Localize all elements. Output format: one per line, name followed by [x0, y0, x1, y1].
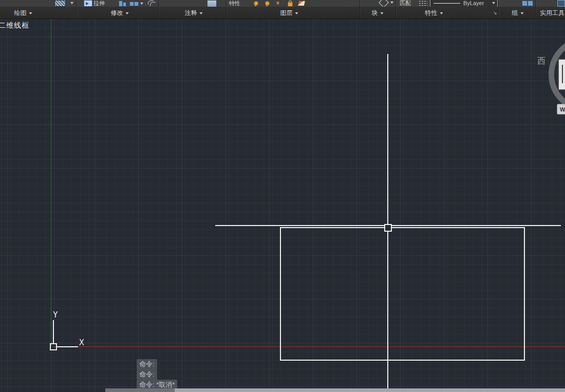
ucs-x-axis	[56, 346, 78, 347]
ucs-origin-marker[interactable]	[50, 343, 57, 350]
group-icon[interactable]	[528, 1, 533, 6]
stretch-icon[interactable]	[84, 0, 92, 7]
autocad-window: 拉伸 特性 ☀ 匹配 ByLayer	[0, 0, 565, 392]
panel-separator	[76, 0, 77, 18]
color-preview-line	[434, 3, 460, 4]
offset-icon[interactable]	[148, 1, 156, 6]
scale-icon[interactable]	[123, 2, 126, 7]
properties-panel-expand-icon[interactable]: ↘	[493, 10, 497, 15]
layer-thaw-sun-icon[interactable]: ☀	[275, 0, 280, 6]
chevron-down-icon	[29, 12, 32, 14]
hatch-icon[interactable]	[54, 0, 66, 7]
measure-icon[interactable]	[557, 0, 565, 7]
chevron-down-icon	[492, 2, 495, 4]
chevron-down-icon	[200, 12, 203, 14]
command-dock-edge-dark	[105, 388, 175, 392]
chevron-down-icon	[381, 12, 384, 14]
color-bylayer-select[interactable]: ByLayer	[430, 0, 498, 7]
hatch-dropdown-icon[interactable]	[70, 2, 73, 4]
y-axis-grid-line	[51, 19, 51, 347]
panel-label-properties[interactable]: 特性	[425, 9, 443, 17]
ucs-y-label: Y	[53, 310, 58, 320]
command-dock-edge-light[interactable]	[175, 388, 565, 392]
block-insert-icon[interactable]	[379, 0, 389, 7]
linetype-icon[interactable]	[419, 1, 427, 6]
layer-properties-label[interactable]: 特性	[229, 0, 240, 7]
wcs-button[interactable]: W	[557, 104, 565, 115]
layer-color-icon[interactable]	[297, 1, 306, 6]
ribbon-tool-row: 拉伸 特性 ☀ 匹配 ByLayer	[0, 0, 565, 7]
panel-separator	[158, 0, 159, 18]
chevron-down-icon	[440, 12, 443, 14]
panel-label-layers[interactable]: 图层	[280, 9, 298, 17]
panel-label-group[interactable]: 组	[512, 9, 524, 17]
ucs-x-label: X	[79, 338, 84, 347]
panel-separator	[226, 0, 227, 18]
crosshair-pickbox	[384, 224, 392, 232]
layer-on-icon[interactable]	[254, 1, 258, 6]
block-dropdown-icon[interactable]	[390, 2, 393, 4]
bylayer-value: ByLayer	[463, 0, 484, 6]
viewcube-west-label[interactable]: 西	[537, 56, 545, 67]
ribbon: 拉伸 特性 ☀ 匹配 ByLayer	[0, 0, 565, 19]
panel-separator	[396, 0, 396, 18]
viewcube-face[interactable]	[558, 59, 565, 90]
chevron-down-icon	[295, 12, 298, 14]
chevron-down-icon	[126, 12, 129, 14]
panel-label-annotate[interactable]: 注释	[185, 9, 203, 17]
panel-label-draw[interactable]: 绘图	[14, 9, 32, 17]
ribbon-panel-labels: 绘图 修改 注释 图层 块 特性 ↘ 组 实用工具	[0, 7, 565, 18]
panel-separator	[360, 0, 360, 18]
layer-isolate-icon[interactable]	[265, 1, 270, 6]
layer-lock-icon[interactable]	[288, 2, 293, 7]
panel-separator	[498, 0, 499, 18]
drawing-canvas[interactable]: 二维线框 Y X 西 W 命令: 命令: 命令: *取消*	[0, 19, 565, 392]
scale-icon[interactable]	[119, 1, 123, 7]
panel-separator	[535, 0, 536, 18]
viewport-style-label[interactable]: 二维线框	[0, 21, 29, 30]
command-history-line: 命令:	[137, 359, 157, 369]
chevron-down-icon	[521, 12, 524, 14]
stretch-label[interactable]: 拉伸	[93, 0, 105, 7]
panel-label-modify[interactable]: 修改	[111, 9, 129, 17]
panel-label-block[interactable]: 块	[372, 9, 384, 17]
drawn-rectangle[interactable]	[280, 227, 525, 361]
array-dropdown-icon[interactable]	[140, 3, 143, 5]
array-icon[interactable]	[134, 2, 139, 6]
panel-label-utilities[interactable]: 实用工具	[540, 9, 564, 17]
table-icon[interactable]	[207, 0, 217, 7]
group-icon[interactable]	[522, 1, 528, 6]
match-properties-label[interactable]: 匹配	[400, 0, 411, 7]
ucs-y-axis	[53, 320, 54, 344]
array-icon[interactable]	[129, 2, 134, 6]
command-history-line: 命令:	[137, 369, 157, 380]
